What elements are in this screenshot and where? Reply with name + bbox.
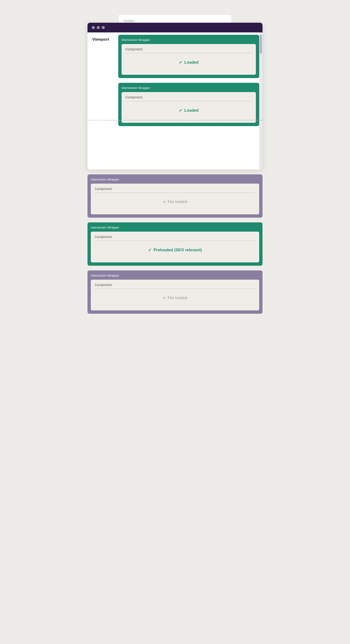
- component-box-1: Component ✓ Loaded: [122, 44, 256, 75]
- status-text-3: Not loaded: [168, 200, 187, 204]
- intersection-wrapper-3: Intersection Wrapper Component ✕ Not loa…: [87, 174, 263, 218]
- status-display-1: ✓ Loaded: [125, 60, 252, 65]
- viewport-bottom-line: [87, 120, 263, 120]
- status-display-5: ✕ Not loaded: [95, 296, 255, 300]
- browser-scrollbar-thumb: [260, 35, 262, 54]
- x-icon-5: ✕: [163, 296, 166, 300]
- status-text-4: Preloaded (SEO relevant): [153, 248, 202, 252]
- wrapper-3-label: Intersection Wrapper: [91, 178, 259, 181]
- wrapper-2-label: Intersection Wrapper: [122, 86, 256, 90]
- component-label-1: Component: [125, 47, 252, 53]
- check-icon-4: ✓: [148, 248, 152, 253]
- browser-toolbar: [87, 23, 263, 32]
- component-label-2: Component: [125, 95, 252, 101]
- browser-content: Viewport Intersection Wrapper Component …: [87, 32, 263, 170]
- intersection-wrapper-2: Intersection Wrapper Component ✓ Loaded: [118, 83, 259, 126]
- browser-dot-3: [102, 26, 105, 29]
- browser-window: Viewport Intersection Wrapper Component …: [87, 23, 263, 170]
- check-icon-2: ✓: [179, 108, 182, 113]
- status-display-4: ✓ Preloaded (SEO relevant): [95, 248, 255, 253]
- x-icon-3: ✕: [163, 200, 166, 204]
- component-label-4: Component: [95, 235, 255, 241]
- intersection-wrapper-4: Intersection Wrapper Component ✓ Preload…: [87, 222, 263, 266]
- status-display-2: ✓ Loaded: [125, 108, 252, 113]
- component-box-5: Component ✕ Not loaded: [91, 280, 259, 310]
- viewport-label: Viewport: [87, 32, 118, 170]
- wrapper-1-label: Intersection Wrapper: [122, 38, 256, 42]
- status-text-5: Not loaded: [168, 296, 187, 300]
- status-text-2: Loaded: [184, 108, 198, 113]
- browser-dot-1: [92, 26, 95, 29]
- status-text-1: Loaded: [184, 60, 198, 65]
- page-container: Header Viewport Intersection Wrapper Com…: [80, 10, 270, 634]
- header-placeholder: Header: [123, 19, 135, 23]
- browser-main: Intersection Wrapper Component ✓ Loaded …: [118, 32, 263, 170]
- status-display-3: ✕ Not loaded: [95, 200, 255, 204]
- browser-scrollbar[interactable]: [259, 32, 263, 170]
- component-box-2: Component ✓ Loaded: [122, 92, 256, 123]
- wrapper-4-label: Intersection Wrapper: [91, 226, 259, 229]
- below-browser: Intersection Wrapper Component ✕ Not loa…: [87, 170, 263, 318]
- intersection-wrapper-1: Intersection Wrapper Component ✓ Loaded: [118, 35, 259, 78]
- browser-dot-2: [97, 26, 100, 29]
- component-box-4: Component ✓ Preloaded (SEO relevant): [91, 232, 259, 262]
- component-label-5: Component: [95, 283, 255, 289]
- wrapper-5-label: Intersection Wrapper: [91, 274, 259, 277]
- check-icon-1: ✓: [179, 60, 182, 65]
- intersection-wrapper-5: Intersection Wrapper Component ✕ Not loa…: [87, 270, 263, 314]
- component-box-3: Component ✕ Not loaded: [91, 184, 259, 214]
- component-label-3: Component: [95, 187, 255, 193]
